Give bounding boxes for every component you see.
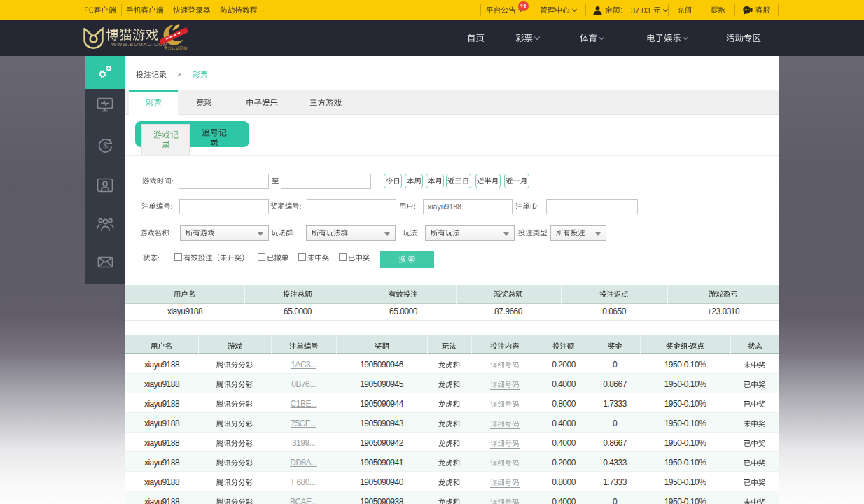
- svg-text:$: $: [103, 141, 108, 150]
